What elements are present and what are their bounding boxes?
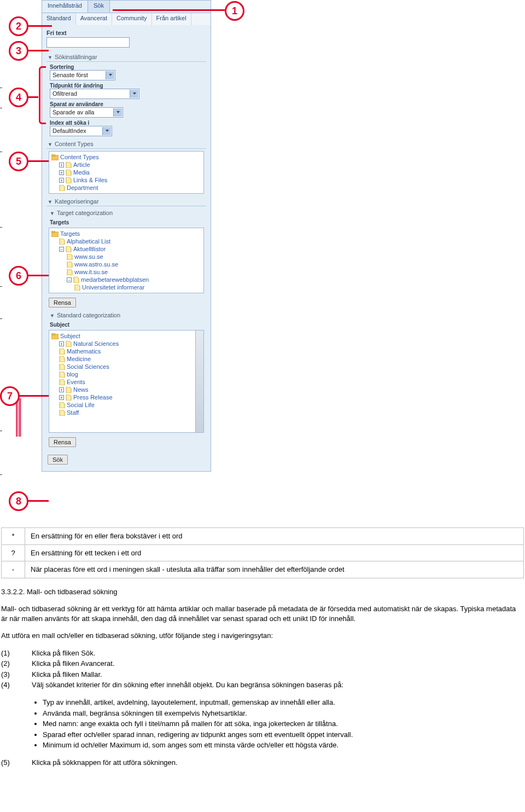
tree-label: www.astro.su.se: [74, 261, 118, 268]
tree-item-media[interactable]: + Media: [51, 169, 201, 176]
tree-item[interactable]: Universitetet informerar: [51, 283, 201, 291]
tree-item[interactable]: − medarbetarewebbplatsen: [51, 276, 201, 283]
tree-item[interactable]: www.astro.su.se: [51, 260, 201, 268]
rensa-button-subject[interactable]: Rensa: [49, 437, 76, 447]
legend-symbol: *: [2, 528, 25, 545]
tree-root-content-types[interactable]: Content Types: [51, 153, 201, 161]
freetext-input[interactable]: [46, 37, 130, 48]
expand-icon[interactable]: +: [59, 170, 64, 175]
section-target-cat[interactable]: Target categorization: [46, 208, 206, 217]
timing-dropdown[interactable]: Ofiltrerad: [50, 89, 139, 99]
tree-item[interactable]: +Natural Sciences: [51, 340, 201, 347]
expand-icon[interactable]: +: [59, 178, 64, 183]
bullet: Typ av innehåll, artikel, avdelning, lay…: [43, 698, 524, 707]
tree-item-article[interactable]: + Article: [51, 161, 201, 169]
callout-3: 3: [9, 41, 28, 61]
panel-body: Fri text Sökinställningar Sortering Sena…: [42, 25, 211, 472]
targets-tree: Targets Alphabetical List − Aktuelltlist…: [49, 228, 204, 293]
sorting-label: Sortering: [50, 64, 206, 70]
tree-item[interactable]: +News: [51, 386, 201, 393]
tree-label: Links & Files: [73, 177, 107, 183]
tree-label: www.it.su.se: [74, 269, 108, 275]
subject-tree[interactable]: Subject +Natural Sciences Mathematics Me…: [49, 330, 204, 433]
tree-item[interactable]: www.it.su.se: [51, 268, 201, 276]
savedby-label: Sparat av användare: [50, 101, 206, 107]
index-dropdown[interactable]: DefaultIndex: [50, 126, 112, 136]
tree-item[interactable]: Social Sciences: [51, 363, 201, 370]
content-types-tree: Content Types + Article + Media +: [49, 151, 204, 194]
callout-bracket: [39, 66, 46, 124]
tree-item-department[interactable]: Department: [51, 184, 201, 192]
document-text: * En ersättning för en eller flera bokst…: [1, 527, 524, 775]
expand-icon[interactable]: +: [59, 163, 64, 167]
folder-icon: [51, 231, 59, 237]
decorative-bar: [16, 398, 21, 437]
doc-paragraph: Att utföra en mall och/eller en tidbaser…: [1, 631, 524, 641]
callout-line: [113, 9, 225, 11]
tree-item[interactable]: Alphabetical List: [51, 237, 201, 245]
rensa-button-targets[interactable]: Rensa: [49, 298, 76, 308]
tab-search[interactable]: Sök: [88, 1, 110, 13]
callout-8: 8: [9, 491, 28, 511]
tree-label: Targets: [60, 230, 80, 237]
margin-tick: [0, 227, 2, 228]
tree-item[interactable]: www.su.se: [51, 253, 201, 260]
tree-item[interactable]: Mathematics: [51, 347, 201, 355]
tree-root-targets[interactable]: Targets: [51, 230, 201, 237]
page-icon: [74, 285, 80, 291]
page-icon: [59, 356, 65, 362]
callout-7: 7: [0, 386, 20, 406]
tree-item-links[interactable]: + Links & Files: [51, 176, 201, 184]
sorting-dropdown[interactable]: Senaste först: [50, 70, 115, 80]
section-content-types[interactable]: Content Types: [46, 140, 206, 149]
callout-line: [18, 395, 49, 397]
tree-label: Events: [67, 379, 85, 385]
collapse-icon[interactable]: −: [67, 277, 72, 282]
legend-desc: En ersättning för ett tecken i ett ord: [25, 544, 524, 561]
bullet: Sparad efter och/eller sparad innan, red…: [43, 730, 524, 740]
targets-label: Targets: [50, 219, 206, 225]
tree-label: Subject: [60, 333, 80, 339]
page-icon: [66, 395, 72, 401]
callout-5: 5: [9, 152, 28, 171]
folder-icon: [51, 333, 59, 339]
tab-standard[interactable]: Standard: [42, 13, 76, 25]
section-kategoriseringar[interactable]: Kategoriseringar: [46, 197, 206, 206]
tree-item[interactable]: Social Life: [51, 401, 201, 409]
callout-4: 4: [9, 88, 28, 107]
tree-item[interactable]: blog: [51, 370, 201, 378]
savedby-dropdown[interactable]: Sparade av alla: [50, 107, 123, 118]
search-panel: Innehållsträd Sök Standard Avancerat Com…: [42, 0, 211, 472]
folder-icon: [51, 154, 59, 160]
callout-line: [27, 500, 49, 502]
legend-symbol: ?: [2, 544, 25, 561]
section-sokinstallningar[interactable]: Sökinställningar: [46, 53, 206, 62]
tab-from-article[interactable]: Från artikel: [152, 13, 191, 25]
expand-icon[interactable]: +: [59, 341, 64, 346]
section-standard-cat[interactable]: Standard categorization: [46, 311, 206, 320]
tab-advanced[interactable]: Avancerat: [76, 13, 112, 25]
tree-item[interactable]: Medicine: [51, 355, 201, 363]
tab-community[interactable]: Community: [112, 13, 152, 25]
tree-item[interactable]: − Aktuelltlistor: [51, 245, 201, 253]
bullet: Minimum id och/eller Maximum id, som ang…: [43, 740, 524, 750]
search-button[interactable]: Sök: [48, 455, 68, 465]
tree-item[interactable]: Staff: [51, 409, 201, 416]
callout-line: [27, 50, 49, 51]
callout-line: [27, 160, 49, 162]
page-icon: [67, 254, 73, 260]
expand-icon[interactable]: +: [59, 387, 64, 392]
tab-content-tree[interactable]: Innehållsträd: [42, 1, 88, 13]
doc-paragraph: Mall- och tidbaserad sökning är ett verk…: [1, 604, 524, 623]
legend-desc: En ersättning för en eller flera bokstäv…: [25, 528, 524, 545]
collapse-icon[interactable]: −: [59, 247, 64, 252]
tree-item[interactable]: +Press Release: [51, 393, 201, 401]
tree-root-subject[interactable]: Subject: [51, 332, 201, 340]
tree-item[interactable]: Events: [51, 378, 201, 386]
page-icon: [59, 364, 65, 370]
legend-desc: När placeras före ett ord i meningen ska…: [25, 561, 524, 578]
tree-label: Universitetet informerar: [82, 284, 144, 291]
timing-label: Tidpunkt för ändring: [50, 83, 206, 89]
callout-6: 6: [9, 266, 28, 286]
expand-icon[interactable]: +: [59, 395, 64, 400]
